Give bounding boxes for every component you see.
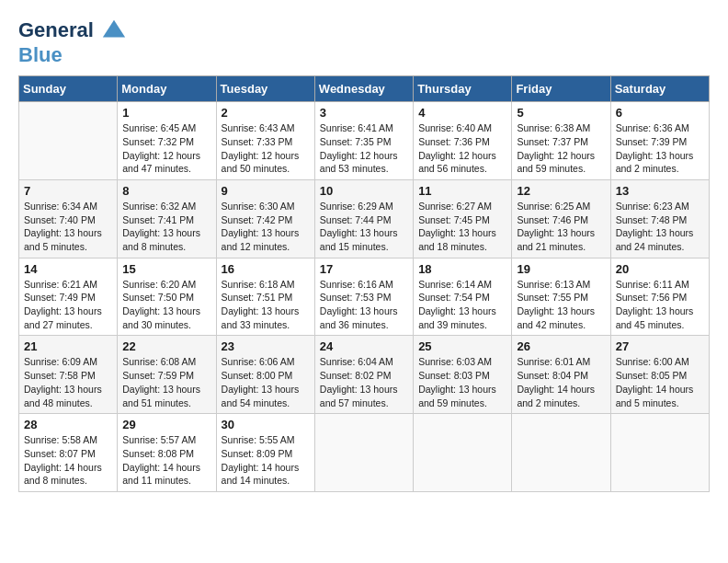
cell-content: Sunrise: 6:21 AM Sunset: 7:49 PM Dayligh…: [24, 278, 112, 332]
calendar-week-row: 21Sunrise: 6:09 AM Sunset: 7:58 PM Dayli…: [19, 336, 710, 414]
day-number: 15: [122, 262, 210, 276]
cell-content: Sunrise: 6:14 AM Sunset: 7:54 PM Dayligh…: [418, 278, 506, 332]
day-number: 8: [122, 184, 210, 198]
calendar-week-row: 28Sunrise: 5:58 AM Sunset: 8:07 PM Dayli…: [19, 414, 710, 492]
cell-content: Sunrise: 6:36 AM Sunset: 7:39 PM Dayligh…: [616, 121, 704, 176]
calendar-cell: 10Sunrise: 6:29 AM Sunset: 7:44 PM Dayli…: [314, 179, 413, 258]
day-number: 9: [222, 184, 310, 198]
day-number: 5: [517, 106, 605, 120]
logo-icon: [101, 18, 127, 44]
day-number: 30: [222, 418, 310, 431]
calendar-cell: 13Sunrise: 6:23 AM Sunset: 7:48 PM Dayli…: [610, 179, 709, 258]
calendar-week-row: 7Sunrise: 6:34 AM Sunset: 7:40 PM Daylig…: [19, 179, 710, 258]
calendar-cell: [314, 414, 413, 492]
cell-content: Sunrise: 6:32 AM Sunset: 7:41 PM Dayligh…: [122, 200, 210, 254]
cell-content: Sunrise: 6:23 AM Sunset: 7:48 PM Dayligh…: [616, 200, 704, 254]
weekday-header: Saturday: [610, 76, 709, 102]
weekday-header: Friday: [512, 76, 610, 102]
calendar-cell: 5Sunrise: 6:38 AM Sunset: 7:37 PM Daylig…: [512, 102, 610, 180]
logo-text: General: [18, 18, 127, 44]
calendar-cell: 11Sunrise: 6:27 AM Sunset: 7:45 PM Dayli…: [414, 179, 512, 258]
calendar-week-row: 1Sunrise: 6:45 AM Sunset: 7:32 PM Daylig…: [19, 102, 710, 180]
calendar-cell: 20Sunrise: 6:11 AM Sunset: 7:56 PM Dayli…: [610, 258, 709, 336]
day-number: 1: [122, 106, 210, 120]
calendar-cell: 27Sunrise: 6:00 AM Sunset: 8:05 PM Dayli…: [610, 336, 709, 414]
day-number: 13: [616, 184, 704, 198]
calendar-cell: 6Sunrise: 6:36 AM Sunset: 7:39 PM Daylig…: [610, 102, 709, 180]
cell-content: Sunrise: 6:30 AM Sunset: 7:42 PM Dayligh…: [222, 200, 310, 254]
cell-content: Sunrise: 6:00 AM Sunset: 8:05 PM Dayligh…: [616, 355, 704, 409]
day-number: 19: [517, 262, 605, 276]
calendar-cell: 14Sunrise: 6:21 AM Sunset: 7:49 PM Dayli…: [19, 258, 118, 336]
cell-content: Sunrise: 6:40 AM Sunset: 7:36 PM Dayligh…: [418, 121, 506, 176]
calendar-cell: 29Sunrise: 5:57 AM Sunset: 8:08 PM Dayli…: [118, 414, 216, 492]
calendar-week-row: 14Sunrise: 6:21 AM Sunset: 7:49 PM Dayli…: [19, 258, 710, 336]
day-number: 23: [222, 339, 310, 353]
day-number: 17: [320, 262, 408, 276]
calendar-cell: 8Sunrise: 6:32 AM Sunset: 7:41 PM Daylig…: [118, 179, 216, 258]
day-number: 21: [24, 339, 112, 353]
calendar-cell: 18Sunrise: 6:14 AM Sunset: 7:54 PM Dayli…: [414, 258, 512, 336]
day-number: 26: [517, 339, 605, 353]
weekday-header: Monday: [118, 76, 216, 102]
cell-content: Sunrise: 6:45 AM Sunset: 7:32 PM Dayligh…: [122, 121, 210, 176]
cell-content: Sunrise: 6:27 AM Sunset: 7:45 PM Dayligh…: [418, 200, 506, 254]
calendar-cell: 3Sunrise: 6:41 AM Sunset: 7:35 PM Daylig…: [314, 102, 413, 180]
day-number: 7: [24, 184, 112, 198]
day-number: 11: [418, 184, 506, 198]
logo-blue: Blue: [18, 44, 127, 66]
day-number: 2: [222, 106, 310, 120]
cell-content: Sunrise: 6:11 AM Sunset: 7:56 PM Dayligh…: [616, 278, 704, 332]
calendar-cell: 12Sunrise: 6:25 AM Sunset: 7:46 PM Dayli…: [512, 179, 610, 258]
cell-content: Sunrise: 5:55 AM Sunset: 8:09 PM Dayligh…: [222, 433, 310, 488]
calendar-cell: [610, 414, 709, 492]
day-number: 22: [122, 339, 210, 353]
day-number: 29: [122, 418, 210, 431]
calendar-cell: 2Sunrise: 6:43 AM Sunset: 7:33 PM Daylig…: [216, 102, 314, 180]
cell-content: Sunrise: 6:16 AM Sunset: 7:53 PM Dayligh…: [320, 278, 408, 332]
cell-content: Sunrise: 6:04 AM Sunset: 8:02 PM Dayligh…: [320, 355, 408, 409]
calendar-cell: 25Sunrise: 6:03 AM Sunset: 8:03 PM Dayli…: [414, 336, 512, 414]
cell-content: Sunrise: 6:41 AM Sunset: 7:35 PM Dayligh…: [320, 121, 408, 176]
calendar-cell: [19, 102, 118, 180]
day-number: 4: [418, 106, 506, 120]
day-number: 27: [616, 339, 704, 353]
logo: General Blue: [18, 18, 127, 66]
calendar-cell: 30Sunrise: 5:55 AM Sunset: 8:09 PM Dayli…: [216, 414, 314, 492]
cell-content: Sunrise: 6:43 AM Sunset: 7:33 PM Dayligh…: [222, 121, 310, 176]
weekday-header: Wednesday: [314, 76, 413, 102]
cell-content: Sunrise: 6:34 AM Sunset: 7:40 PM Dayligh…: [24, 200, 112, 254]
weekday-header: Thursday: [414, 76, 512, 102]
cell-content: Sunrise: 6:06 AM Sunset: 8:00 PM Dayligh…: [222, 355, 310, 409]
calendar-cell: 22Sunrise: 6:08 AM Sunset: 7:59 PM Dayli…: [118, 336, 216, 414]
calendar-cell: [512, 414, 610, 492]
svg-marker-0: [103, 20, 125, 38]
calendar-cell: 28Sunrise: 5:58 AM Sunset: 8:07 PM Dayli…: [19, 414, 118, 492]
cell-content: Sunrise: 6:13 AM Sunset: 7:55 PM Dayligh…: [517, 278, 605, 332]
day-number: 20: [616, 262, 704, 276]
calendar-cell: 24Sunrise: 6:04 AM Sunset: 8:02 PM Dayli…: [314, 336, 413, 414]
cell-content: Sunrise: 5:57 AM Sunset: 8:08 PM Dayligh…: [122, 433, 210, 488]
calendar-cell: 9Sunrise: 6:30 AM Sunset: 7:42 PM Daylig…: [216, 179, 314, 258]
cell-content: Sunrise: 6:38 AM Sunset: 7:37 PM Dayligh…: [517, 121, 605, 176]
cell-content: Sunrise: 6:20 AM Sunset: 7:50 PM Dayligh…: [122, 278, 210, 332]
day-number: 6: [616, 106, 704, 120]
calendar-cell: 16Sunrise: 6:18 AM Sunset: 7:51 PM Dayli…: [216, 258, 314, 336]
calendar-cell: 15Sunrise: 6:20 AM Sunset: 7:50 PM Dayli…: [118, 258, 216, 336]
page-header: General Blue: [18, 18, 710, 66]
calendar-cell: 21Sunrise: 6:09 AM Sunset: 7:58 PM Dayli…: [19, 336, 118, 414]
day-number: 3: [320, 106, 408, 120]
calendar-cell: 4Sunrise: 6:40 AM Sunset: 7:36 PM Daylig…: [414, 102, 512, 180]
cell-content: Sunrise: 6:29 AM Sunset: 7:44 PM Dayligh…: [320, 200, 408, 254]
cell-content: Sunrise: 6:01 AM Sunset: 8:04 PM Dayligh…: [517, 355, 605, 409]
cell-content: Sunrise: 6:03 AM Sunset: 8:03 PM Dayligh…: [418, 355, 506, 409]
day-number: 12: [517, 184, 605, 198]
calendar-cell: 7Sunrise: 6:34 AM Sunset: 7:40 PM Daylig…: [19, 179, 118, 258]
weekday-header: Tuesday: [216, 76, 314, 102]
day-number: 10: [320, 184, 408, 198]
calendar-cell: 17Sunrise: 6:16 AM Sunset: 7:53 PM Dayli…: [314, 258, 413, 336]
cell-content: Sunrise: 6:25 AM Sunset: 7:46 PM Dayligh…: [517, 200, 605, 254]
cell-content: Sunrise: 6:08 AM Sunset: 7:59 PM Dayligh…: [122, 355, 210, 409]
day-number: 18: [418, 262, 506, 276]
cell-content: Sunrise: 6:09 AM Sunset: 7:58 PM Dayligh…: [24, 355, 112, 409]
